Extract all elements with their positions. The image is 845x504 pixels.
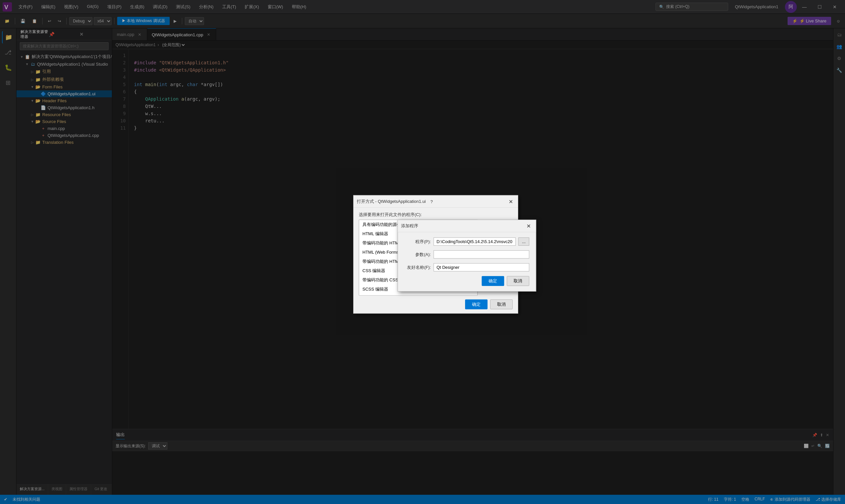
args-field-input[interactable] — [434, 250, 529, 258]
open-with-dialog-help[interactable]: ? — [430, 199, 504, 204]
open-with-dialog-buttons: 确定 取消 — [359, 300, 513, 309]
add-program-dialog-body: 程序(P): ... 参数(A): 友好名称(F): 确定 取消 — [398, 232, 536, 291]
args-field-row: 参数(A): — [404, 250, 529, 258]
name-field-input[interactable] — [434, 263, 529, 271]
add-program-dialog-title: 添加程序 — [401, 223, 525, 229]
open-with-cancel-button[interactable]: 取消 — [490, 300, 513, 309]
args-field-label: 参数(A): — [404, 251, 431, 257]
name-field-label: 友好名称(F): — [404, 264, 431, 270]
name-field-row: 友好名称(F): — [404, 263, 529, 271]
add-program-dialog-close[interactable]: ✕ — [525, 222, 532, 230]
add-program-cancel-button[interactable]: 取消 — [507, 276, 529, 286]
add-program-dialog-buttons: 确定 取消 — [404, 276, 529, 286]
program-field-label: 程序(P): — [404, 238, 431, 245]
open-with-list-item[interactable]: 带编码功能的 SCSS 编辑器 — [359, 294, 477, 295]
program-field-row: 程序(P): ... — [404, 237, 529, 246]
open-with-dialog-close[interactable]: ✕ — [507, 198, 515, 205]
browse-button[interactable]: ... — [518, 237, 529, 246]
add-program-ok-button[interactable]: 确定 — [481, 276, 504, 286]
program-field-input[interactable] — [434, 237, 515, 246]
add-program-dialog-title-bar: 添加程序 ✕ — [398, 220, 536, 232]
open-with-ok-button[interactable]: 确定 — [465, 300, 488, 309]
add-program-dialog: 添加程序 ✕ 程序(P): ... 参数(A): 友好名称(F): 确定 取消 — [398, 220, 536, 292]
open-with-dialog-title-bar: 打开方式 - QtWidgetsApplication1.ui ? ✕ — [353, 196, 518, 208]
open-with-dialog-title: 打开方式 - QtWidgetsApplication1.ui — [357, 199, 430, 204]
open-with-dialog-label: 选择要用来打开此文件的程序(C): — [359, 212, 513, 218]
